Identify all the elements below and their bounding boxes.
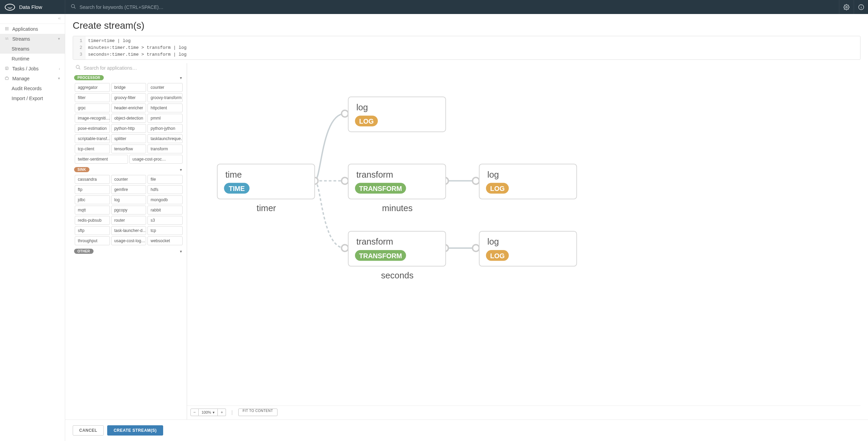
search-icon (71, 4, 76, 10)
app-header: Data Flow (0, 0, 868, 14)
svg-point-0 (71, 4, 74, 8)
svg-point-5 (861, 5, 862, 6)
header-right (839, 0, 868, 14)
settings-button[interactable] (839, 0, 854, 14)
info-button[interactable] (854, 0, 868, 14)
info-icon (858, 4, 864, 10)
app-title: Data Flow (19, 4, 42, 10)
global-search-input[interactable] (80, 4, 834, 10)
svg-line-1 (74, 7, 75, 9)
header-brand-area: Data Flow (0, 0, 65, 14)
gear-icon (843, 4, 850, 10)
svg-point-2 (846, 6, 848, 8)
header-search-area (65, 0, 839, 14)
app-logo-icon (5, 4, 15, 11)
